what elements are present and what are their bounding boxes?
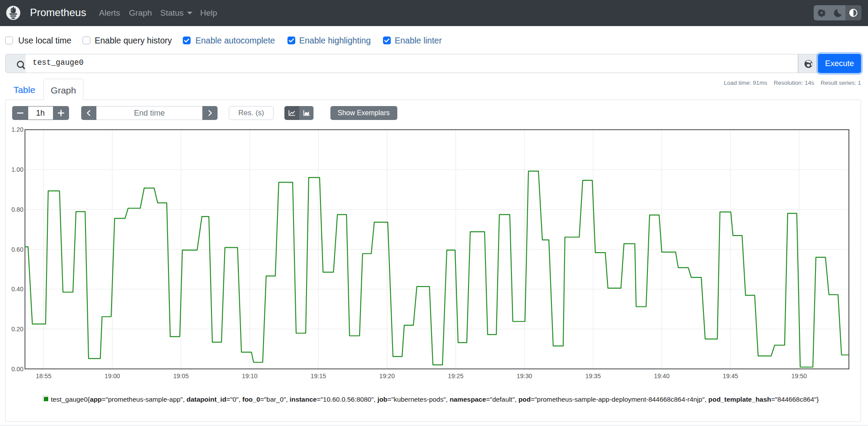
svg-text:19:30: 19:30 xyxy=(517,373,532,379)
svg-text:19:45: 19:45 xyxy=(723,373,738,379)
svg-text:18:55: 18:55 xyxy=(36,373,52,379)
svg-text:19:25: 19:25 xyxy=(448,373,464,379)
svg-text:19:10: 19:10 xyxy=(242,373,257,379)
svg-text:1.20: 1.20 xyxy=(11,126,23,133)
svg-text:0.40: 0.40 xyxy=(11,286,23,293)
svg-text:19:05: 19:05 xyxy=(173,373,189,379)
svg-text:1.00: 1.00 xyxy=(11,166,23,173)
svg-text:0.00: 0.00 xyxy=(11,366,23,373)
svg-text:19:50: 19:50 xyxy=(792,373,807,379)
svg-text:0.60: 0.60 xyxy=(11,246,23,253)
svg-text:19:15: 19:15 xyxy=(310,373,326,379)
svg-text:19:40: 19:40 xyxy=(654,373,670,379)
svg-text:19:20: 19:20 xyxy=(380,373,395,379)
svg-text:0.20: 0.20 xyxy=(11,326,23,333)
svg-text:19:35: 19:35 xyxy=(585,373,601,379)
svg-text:0.80: 0.80 xyxy=(11,206,23,213)
svg-text:19:00: 19:00 xyxy=(105,373,120,379)
